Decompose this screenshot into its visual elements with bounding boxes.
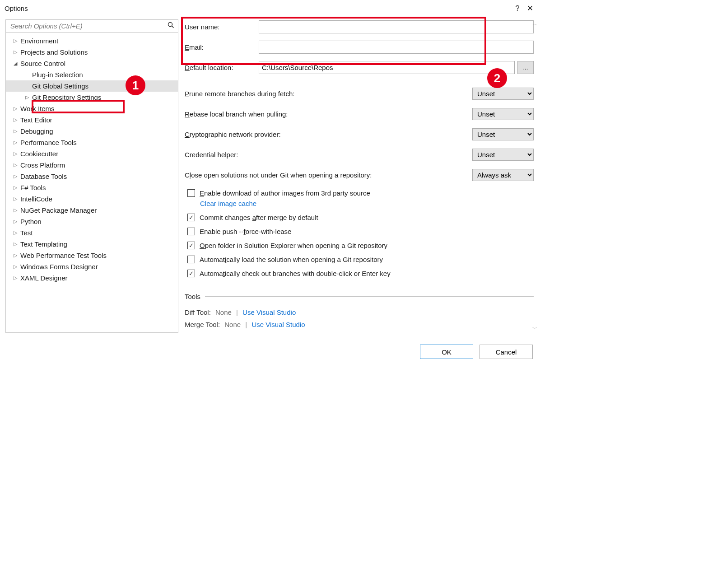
search-icon[interactable] xyxy=(168,22,174,30)
chevron-right-icon[interactable]: ▷ xyxy=(12,185,19,191)
tree-item-cookiecutter[interactable]: ▷Cookiecutter xyxy=(6,148,178,159)
tree-item-environment[interactable]: ▷Environment xyxy=(6,35,178,47)
chevron-right-icon[interactable]: ▷ xyxy=(12,173,19,179)
tree-item-test[interactable]: ▷Test xyxy=(6,227,178,238)
tree-item-work-items[interactable]: ▷Work Items xyxy=(6,103,178,114)
auto-load-row[interactable]: Automatically load the solution when ope… xyxy=(185,256,534,263)
default-location-row: Default location: ... xyxy=(185,61,534,74)
chevron-right-icon[interactable]: ▷ xyxy=(12,117,19,123)
chevron-right-icon[interactable]: ▷ xyxy=(12,162,19,168)
options-tree[interactable]: ▷Environment▷Projects and Solutions◢Sour… xyxy=(5,33,178,333)
tree-item-text-templating[interactable]: ▷Text Templating xyxy=(6,238,178,250)
force-lease-row[interactable]: Enable push --force-with-lease xyxy=(185,228,534,235)
close-solutions-combo[interactable]: Always ask xyxy=(472,169,534,181)
commit-merge-row[interactable]: Commit changes after merge by default xyxy=(185,214,534,221)
chevron-right-icon[interactable]: ▷ xyxy=(12,151,19,157)
force-lease-label: Enable push --force-with-lease xyxy=(200,228,291,235)
ok-button[interactable]: OK xyxy=(420,345,473,359)
tree-item-label: Python xyxy=(20,218,42,225)
clear-cache-link[interactable]: Clear image cache xyxy=(185,200,534,207)
cancel-button[interactable]: Cancel xyxy=(480,345,533,359)
scroll-up-icon[interactable]: ︿ xyxy=(532,20,537,27)
auto-checkout-row[interactable]: Automatically check out branches with do… xyxy=(185,270,534,277)
tree-item-web-performance-test-tools[interactable]: ▷Web Performance Test Tools xyxy=(6,250,178,261)
tree-item-source-control[interactable]: ◢Source Control xyxy=(6,58,178,69)
search-input[interactable] xyxy=(9,22,168,30)
chevron-right-icon[interactable]: ▷ xyxy=(12,241,19,247)
tree-item-performance-tools[interactable]: ▷Performance Tools xyxy=(6,137,178,148)
diff-use-vs-link[interactable]: Use Visual Studio xyxy=(242,308,296,316)
cred-combo[interactable]: Unset xyxy=(472,149,534,161)
chevron-right-icon[interactable]: ▷ xyxy=(12,128,19,134)
open-folder-row[interactable]: Open folder in Solution Explorer when op… xyxy=(185,242,534,249)
tree-item-plug-in-selection[interactable]: Plug-in Selection xyxy=(6,69,178,80)
email-row: Email: xyxy=(185,41,534,54)
help-icon[interactable]: ? xyxy=(511,4,524,13)
rebase-combo[interactable]: Unset xyxy=(472,108,534,120)
tree-item-intellicode[interactable]: ▷IntelliCode xyxy=(6,193,178,205)
username-input[interactable] xyxy=(259,20,534,33)
dialog-buttons: OK Cancel xyxy=(0,333,542,367)
tree-item-git-global-settings[interactable]: Git Global Settings xyxy=(6,80,178,92)
enable-download-row[interactable]: Enable download of author images from 3r… xyxy=(185,189,534,197)
search-box[interactable] xyxy=(5,19,178,33)
tree-item-debugging[interactable]: ▷Debugging xyxy=(6,126,178,137)
tree-item-projects-and-solutions[interactable]: ▷Projects and Solutions xyxy=(6,47,178,58)
left-pane: ▷Environment▷Projects and Solutions◢Sour… xyxy=(5,19,178,333)
chevron-right-icon[interactable]: ▷ xyxy=(24,94,30,100)
chevron-right-icon[interactable]: ▷ xyxy=(12,219,19,224)
cred-row: Credential helper: Unset xyxy=(185,149,534,161)
username-label: User name: xyxy=(185,23,259,31)
tree-item-python[interactable]: ▷Python xyxy=(6,216,178,227)
tree-item-windows-forms-designer[interactable]: ▷Windows Forms Designer xyxy=(6,261,178,272)
chevron-right-icon[interactable]: ▷ xyxy=(12,196,19,202)
crypto-combo[interactable]: Unset xyxy=(472,128,534,140)
enable-download-label: Enable download of author images from 3r… xyxy=(200,189,370,197)
scroll-down-icon[interactable]: ﹀ xyxy=(532,325,537,332)
default-location-input[interactable] xyxy=(259,61,515,74)
email-input[interactable] xyxy=(259,41,534,54)
prune-combo[interactable]: Unset xyxy=(472,88,534,100)
chevron-right-icon[interactable]: ▷ xyxy=(12,252,19,258)
enable-download-checkbox[interactable] xyxy=(187,189,195,197)
tree-item-label: Cross Platform xyxy=(20,161,65,169)
close-icon[interactable]: ✕ xyxy=(524,4,536,13)
tree-item-label: IntelliCode xyxy=(20,195,52,203)
tree-item-xaml-designer[interactable]: ▷XAML Designer xyxy=(6,272,178,284)
tree-item-cross-platform[interactable]: ▷Cross Platform xyxy=(6,159,178,171)
commit-merge-checkbox[interactable] xyxy=(187,214,195,221)
auto-load-checkbox[interactable] xyxy=(187,256,195,263)
tree-item-label: XAML Designer xyxy=(20,274,68,282)
chevron-right-icon[interactable]: ▷ xyxy=(12,106,19,112)
chevron-right-icon[interactable]: ▷ xyxy=(12,275,19,281)
window-title: Options xyxy=(5,5,511,12)
rebase-row: Rebase local branch when pulling: Unset xyxy=(185,108,534,120)
close-solutions-label: Close open solutions not under Git when … xyxy=(185,171,472,179)
diff-tool-value: None xyxy=(215,308,232,316)
tree-item-nuget-package-manager[interactable]: ▷NuGet Package Manager xyxy=(6,205,178,216)
force-lease-checkbox[interactable] xyxy=(187,228,195,235)
chevron-right-icon[interactable]: ▷ xyxy=(12,140,19,145)
crypto-label: Cryptographic network provider: xyxy=(185,131,472,138)
tree-item-label: Text Templating xyxy=(20,240,67,248)
chevron-right-icon[interactable]: ▷ xyxy=(12,49,19,55)
tree-item-label: F# Tools xyxy=(20,184,46,191)
tree-item-f-tools[interactable]: ▷F# Tools xyxy=(6,182,178,193)
chevron-right-icon[interactable]: ▷ xyxy=(12,207,19,213)
tree-item-git-repository-settings[interactable]: ▷Git Repository Settings xyxy=(6,92,178,103)
chevron-right-icon[interactable]: ▷ xyxy=(12,230,19,236)
tree-item-text-editor[interactable]: ▷Text Editor xyxy=(6,114,178,126)
commit-merge-label: Commit changes after merge by default xyxy=(200,214,318,221)
merge-tool-value: None xyxy=(224,321,241,328)
open-folder-checkbox[interactable] xyxy=(187,242,195,249)
diff-tool-label: Diff Tool: xyxy=(185,308,211,316)
chevron-down-icon[interactable]: ◢ xyxy=(12,61,19,66)
auto-checkout-checkbox[interactable] xyxy=(187,270,195,277)
tree-item-label: Windows Forms Designer xyxy=(20,263,98,271)
chevron-right-icon[interactable]: ▷ xyxy=(12,38,19,44)
merge-use-vs-link[interactable]: Use Visual Studio xyxy=(251,321,305,328)
chevron-right-icon[interactable]: ▷ xyxy=(12,264,19,270)
tree-item-database-tools[interactable]: ▷Database Tools xyxy=(6,171,178,182)
browse-button[interactable]: ... xyxy=(517,61,534,74)
checkbox-group: Enable download of author images from 3r… xyxy=(185,189,534,277)
